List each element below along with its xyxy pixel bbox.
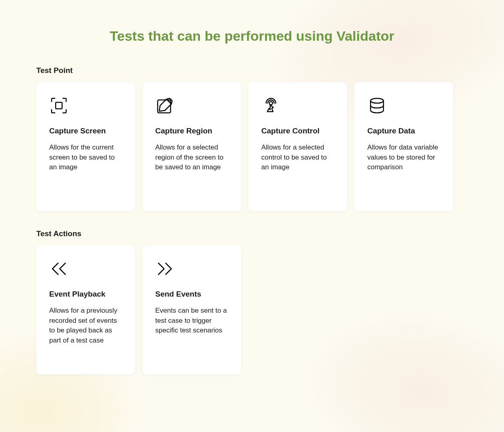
svg-point-3 <box>371 98 383 103</box>
card-desc: Allows for a previously recorded set of … <box>49 306 122 346</box>
card-event-playback: Event Playback Allows for a previously r… <box>36 245 135 374</box>
test-point-cards-row: Capture Screen Allows for the current sc… <box>36 82 468 211</box>
capture-region-icon <box>155 96 175 115</box>
send-events-icon <box>155 259 175 278</box>
card-desc: Allows for the current screen to be save… <box>49 143 122 172</box>
card-capture-data: Capture Data Allows for data variable va… <box>354 82 453 211</box>
svg-point-2 <box>269 102 273 105</box>
card-title: Capture Region <box>155 127 228 135</box>
card-title: Event Playback <box>49 290 122 299</box>
capture-control-icon <box>261 96 281 115</box>
card-desc: Events can be sent to a test case to tri… <box>155 306 228 336</box>
card-desc: Allows for data variable values to be st… <box>367 143 440 172</box>
svg-rect-0 <box>56 102 62 109</box>
card-desc: Allows for a selected region of the scre… <box>155 143 228 172</box>
capture-screen-icon <box>49 96 69 115</box>
section-heading-test-point: Test Point <box>36 66 468 75</box>
card-capture-screen: Capture Screen Allows for the current sc… <box>36 82 135 211</box>
page-title: Tests that can be performed using Valida… <box>36 28 468 44</box>
card-desc: Allows for a selected control to be save… <box>261 143 334 172</box>
section-heading-test-actions: Test Actions <box>36 229 468 238</box>
test-actions-cards-row: Event Playback Allows for a previously r… <box>36 245 468 374</box>
card-title: Capture Screen <box>49 127 122 135</box>
card-title: Send Events <box>155 290 228 299</box>
card-title: Capture Control <box>261 127 334 135</box>
card-send-events: Send Events Events can be sent to a test… <box>142 245 241 374</box>
card-title: Capture Data <box>367 127 440 135</box>
card-capture-region: Capture Region Allows for a selected reg… <box>142 82 241 211</box>
event-playback-icon <box>49 259 69 278</box>
card-capture-control: Capture Control Allows for a selected co… <box>248 82 347 211</box>
capture-data-icon <box>367 96 387 115</box>
